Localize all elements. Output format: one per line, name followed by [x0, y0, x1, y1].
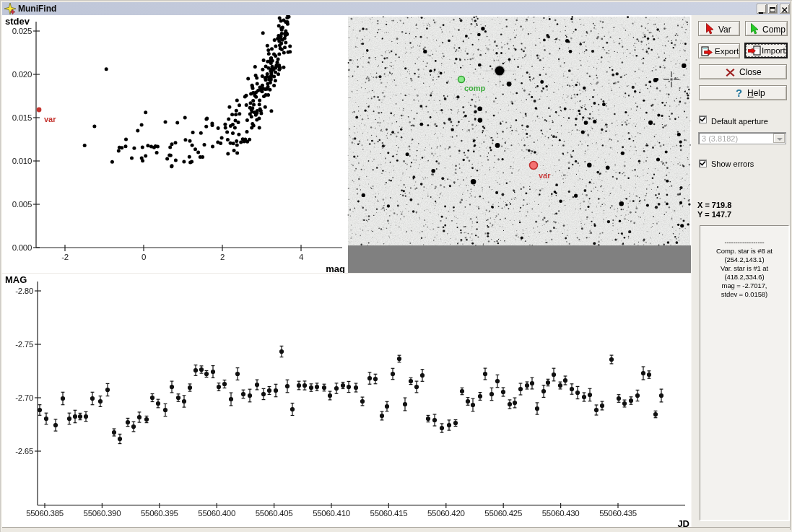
svg-text:2: 2 — [220, 253, 225, 261]
svg-text:0.000: 0.000 — [12, 243, 32, 252]
svg-text:stdev: stdev — [5, 16, 30, 27]
svg-text:-2.80: -2.80 — [15, 287, 33, 295]
svg-text:55060.435: 55060.435 — [599, 509, 637, 518]
svg-text:55060.430: 55060.430 — [542, 509, 580, 518]
svg-text:mag: mag — [326, 263, 345, 274]
svg-text:55060.415: 55060.415 — [370, 509, 408, 518]
svg-text:0.005: 0.005 — [12, 200, 32, 209]
svg-text:var: var — [44, 115, 56, 123]
svg-text:55060.395: 55060.395 — [141, 509, 178, 518]
svg-text:0.010: 0.010 — [12, 157, 32, 165]
svg-text:4: 4 — [299, 253, 304, 261]
svg-text:comp: comp — [464, 84, 486, 92]
svg-text:-2: -2 — [61, 253, 69, 261]
svg-text:-2.65: -2.65 — [15, 447, 33, 455]
svg-text:var: var — [539, 171, 551, 180]
svg-text:0: 0 — [142, 253, 146, 261]
svg-text:55060.410: 55060.410 — [313, 509, 350, 518]
svg-text:-2.75: -2.75 — [15, 340, 33, 349]
svg-text:-2.70: -2.70 — [15, 393, 33, 402]
svg-text:0.015: 0.015 — [12, 113, 32, 122]
svg-text:55060.420: 55060.420 — [427, 509, 465, 518]
svg-text:55060.385: 55060.385 — [26, 509, 64, 518]
svg-text:0.020: 0.020 — [12, 70, 32, 79]
svg-text:55060.400: 55060.400 — [198, 509, 235, 518]
svg-text:55060.425: 55060.425 — [484, 509, 522, 518]
svg-text:MAG: MAG — [5, 274, 27, 285]
svg-text:0.025: 0.025 — [12, 27, 32, 35]
svg-text:55060.390: 55060.390 — [84, 509, 121, 518]
svg-text:55060.405: 55060.405 — [256, 509, 293, 518]
